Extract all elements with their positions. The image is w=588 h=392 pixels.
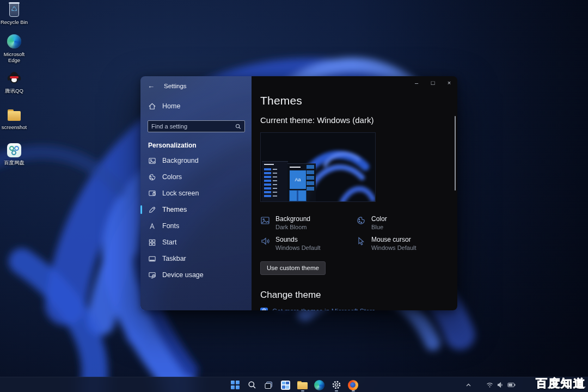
desktop-icon-screenshot-folder[interactable]: screenshot: [0, 107, 28, 130]
fonts-icon: [148, 222, 156, 230]
desktop-icon-label: Recycle Bin: [0, 19, 28, 25]
property-background: Background Dark Bloom: [260, 215, 356, 230]
sidebar-item-background[interactable]: Background: [140, 152, 252, 169]
property-label: Background: [275, 215, 310, 223]
settings-sidebar: ← Settings Home Personalization: [140, 76, 252, 310]
desktop: Recycle Bin Microsoft Edge 腾讯QQ screensh…: [0, 0, 588, 392]
property-label: Mouse cursor: [371, 236, 416, 243]
volume-icon[interactable]: [497, 382, 504, 388]
firefox-button[interactable]: [346, 378, 360, 391]
background-image-icon: [260, 216, 270, 225]
content-scrollbar[interactable]: [455, 116, 456, 191]
taskbar-icon: [148, 255, 156, 263]
sidebar-section-label: Personalization: [148, 142, 252, 149]
page-title: Themes: [260, 94, 457, 107]
desktop-icon-label: Microsoft Edge: [0, 51, 28, 63]
home-icon: [148, 102, 156, 111]
firefox-icon: [348, 380, 358, 390]
theme-properties: Background Dark Bloom Color Blue: [260, 215, 457, 251]
windows-start-icon: [231, 381, 240, 389]
file-explorer-icon: [297, 381, 308, 389]
open-app-indicator: [335, 390, 338, 391]
desktop-icon-label: 腾讯QQ: [0, 88, 28, 94]
widgets-icon: [281, 381, 290, 390]
battery-icon[interactable]: [507, 382, 516, 388]
sidebar-item-label: Device usage: [162, 271, 204, 279]
sidebar-item-taskbar[interactable]: Taskbar: [140, 250, 252, 267]
search-input[interactable]: [151, 123, 233, 130]
preview-mini-window: [262, 161, 288, 201]
themes-icon: [148, 206, 156, 214]
chevron-up-icon[interactable]: [465, 382, 471, 388]
colors-icon: [148, 173, 156, 181]
wifi-icon[interactable]: [486, 382, 493, 388]
back-arrow-icon[interactable]: ←: [148, 82, 155, 90]
property-sounds: Sounds Windows Default: [260, 236, 356, 251]
desktop-icon-recycle-bin[interactable]: Recycle Bin: [0, 2, 28, 25]
sidebar-item-themes[interactable]: Themes: [140, 201, 252, 218]
microsoft-store-icon: [260, 308, 268, 310]
lock-screen-icon: [148, 189, 156, 198]
sidebar-item-device-usage[interactable]: Device usage: [140, 267, 252, 283]
desktop-icon-qq[interactable]: 腾讯QQ: [0, 71, 28, 94]
open-app-indicator: [352, 390, 355, 391]
desktop-icon-label: screenshot: [0, 124, 28, 130]
preview-aa-tile: Aa: [290, 170, 306, 189]
selected-indicator: [140, 205, 142, 214]
system-tray: [465, 377, 516, 392]
search-box[interactable]: [148, 120, 245, 132]
sidebar-item-label: Fonts: [162, 222, 179, 230]
close-button[interactable]: ×: [441, 76, 457, 89]
get-more-themes-label: Get more themes in Microsoft Store: [272, 308, 375, 310]
minimize-button[interactable]: –: [408, 76, 425, 89]
sidebar-item-fonts[interactable]: Fonts: [140, 218, 252, 234]
sidebar-item-label: Lock screen: [162, 189, 199, 197]
qq-penguin-icon: [7, 71, 22, 86]
edge-button[interactable]: [313, 378, 326, 391]
desktop-icon-microsoft-edge[interactable]: Microsoft Edge: [0, 34, 28, 63]
property-value: Blue: [371, 224, 387, 230]
theme-preview-image: Aa: [260, 132, 376, 202]
property-label: Sounds: [275, 236, 321, 243]
property-value: Dark Bloom: [275, 224, 310, 230]
background-icon: [148, 157, 156, 165]
file-explorer-button[interactable]: [296, 378, 309, 391]
sidebar-titlebar: ← Settings: [140, 76, 252, 90]
sidebar-item-label: Home: [162, 102, 180, 110]
preview-mini-start-menu: Aa: [287, 163, 316, 202]
property-value: Windows Default: [371, 244, 416, 251]
sidebar-item-label: Start: [162, 238, 176, 246]
property-label: Color: [371, 215, 387, 223]
sidebar-item-label: Background: [162, 157, 199, 164]
desktop-icon-baidu-netdisk[interactable]: 百度网盘: [0, 143, 28, 166]
task-view-icon: [264, 381, 273, 390]
sidebar-item-label: Themes: [162, 206, 187, 213]
task-view-button[interactable]: [262, 378, 275, 391]
use-custom-theme-button[interactable]: Use custom theme: [260, 261, 326, 275]
taskbar: [0, 377, 588, 392]
settings-window: ← Settings Home Personalization: [140, 76, 457, 310]
recycle-bin-icon: [7, 2, 22, 17]
edge-icon: [314, 380, 324, 390]
sidebar-item-colors[interactable]: Colors: [140, 169, 252, 185]
sidebar-item-home[interactable]: Home: [140, 98, 252, 114]
current-theme-text: Current theme: Windows (dark): [260, 115, 457, 125]
sidebar-item-start[interactable]: Start: [140, 234, 252, 250]
maximize-button[interactable]: □: [425, 76, 441, 89]
property-mouse-cursor: Mouse cursor Windows Default: [356, 236, 457, 251]
open-app-indicator: [301, 390, 304, 391]
edge-icon: [7, 34, 22, 50]
sidebar-item-lock-screen[interactable]: Lock screen: [140, 185, 252, 201]
property-color: Color Blue: [356, 215, 457, 230]
mouse-cursor-icon: [356, 236, 366, 246]
settings-gear-icon: [332, 380, 341, 390]
settings-button[interactable]: [329, 378, 343, 391]
widgets-button[interactable]: [279, 378, 292, 391]
window-title: Settings: [164, 83, 187, 89]
window-controls: – □ ×: [408, 76, 457, 89]
baidu-netdisk-icon: [7, 143, 22, 158]
get-more-themes-link[interactable]: Get more themes in Microsoft Store: [260, 308, 457, 310]
start-button[interactable]: [228, 378, 242, 391]
taskbar-search-button[interactable]: [245, 378, 259, 391]
sounds-speaker-icon: [260, 236, 270, 246]
